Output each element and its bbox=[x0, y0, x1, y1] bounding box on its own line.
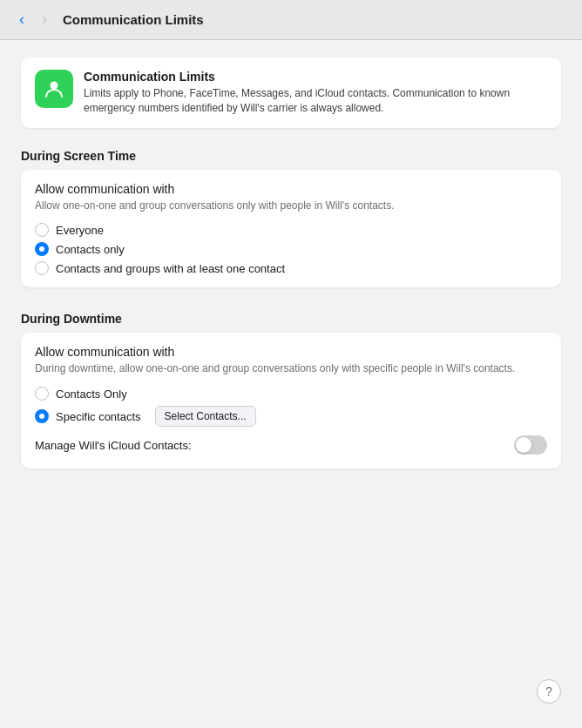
manage-icloud-label: Manage Will's iCloud Contacts: bbox=[35, 439, 192, 452]
downtime-card-title: Allow communication with bbox=[35, 345, 547, 359]
forward-button[interactable]: › bbox=[37, 9, 52, 30]
screen-time-heading: During Screen Time bbox=[21, 149, 561, 163]
downtime-option-specific[interactable]: Specific contacts Select Contacts... bbox=[35, 406, 547, 427]
radio-specific-contacts bbox=[35, 409, 49, 423]
help-button[interactable]: ? bbox=[537, 679, 561, 704]
page-title: Communication Limits bbox=[63, 12, 204, 27]
back-button[interactable]: ‹ bbox=[14, 9, 30, 30]
radio-everyone bbox=[35, 223, 49, 237]
downtime-radio-group: Contacts Only Specific contacts Select C… bbox=[35, 387, 547, 427]
downtime-heading: During Downtime bbox=[21, 312, 561, 326]
radio-contacts-only bbox=[35, 242, 49, 256]
window: ‹ › Communication Limits Communication L… bbox=[0, 0, 582, 728]
app-icon bbox=[35, 70, 73, 108]
toggle-knob bbox=[516, 437, 531, 453]
screen-time-card-desc: Allow one-on-one and group conversations… bbox=[35, 199, 547, 213]
screen-time-card: Allow communication with Allow one-on-on… bbox=[21, 170, 561, 288]
downtime-section: During Downtime Allow communication with… bbox=[21, 308, 561, 486]
title-bar: ‹ › Communication Limits bbox=[0, 0, 582, 40]
screen-time-radio-group: Everyone Contacts only Contacts and grou… bbox=[35, 223, 547, 275]
app-card-title: Communication Limits bbox=[84, 70, 547, 84]
app-info-text: Communication Limits Limits apply to Pho… bbox=[84, 70, 547, 116]
radio-specific-contacts-label: Specific contacts bbox=[56, 410, 141, 423]
app-card-desc: Limits apply to Phone, FaceTime, Message… bbox=[84, 86, 547, 116]
radio-downtime-contacts-only-label: Contacts Only bbox=[56, 388, 127, 401]
downtime-card-desc: During downtime, allow one-on-one and gr… bbox=[35, 361, 547, 376]
downtime-option-contacts-only[interactable]: Contacts Only bbox=[35, 387, 547, 401]
screen-time-option-contacts-only[interactable]: Contacts only bbox=[35, 242, 547, 256]
radio-downtime-contacts-only bbox=[35, 387, 49, 401]
radio-contacts-groups bbox=[35, 261, 49, 275]
svg-point-0 bbox=[51, 82, 58, 90]
help-container: ? bbox=[21, 672, 561, 711]
manage-icloud-toggle[interactable] bbox=[514, 435, 547, 455]
content-area: Communication Limits Limits apply to Pho… bbox=[0, 40, 582, 728]
radio-contacts-groups-label: Contacts and groups with at least one co… bbox=[56, 262, 285, 275]
select-contacts-button[interactable]: Select Contacts... bbox=[155, 406, 256, 427]
app-info-card: Communication Limits Limits apply to Pho… bbox=[21, 57, 561, 128]
manage-icloud-row: Manage Will's iCloud Contacts: bbox=[35, 427, 547, 456]
radio-everyone-label: Everyone bbox=[56, 224, 104, 237]
screen-time-card-title: Allow communication with bbox=[35, 182, 547, 196]
downtime-card: Allow communication with During downtime… bbox=[21, 333, 561, 468]
communication-limits-icon bbox=[43, 78, 65, 100]
screen-time-option-contacts-groups[interactable]: Contacts and groups with at least one co… bbox=[35, 261, 547, 275]
radio-contacts-only-label: Contacts only bbox=[56, 243, 125, 256]
screen-time-option-everyone[interactable]: Everyone bbox=[35, 223, 547, 237]
